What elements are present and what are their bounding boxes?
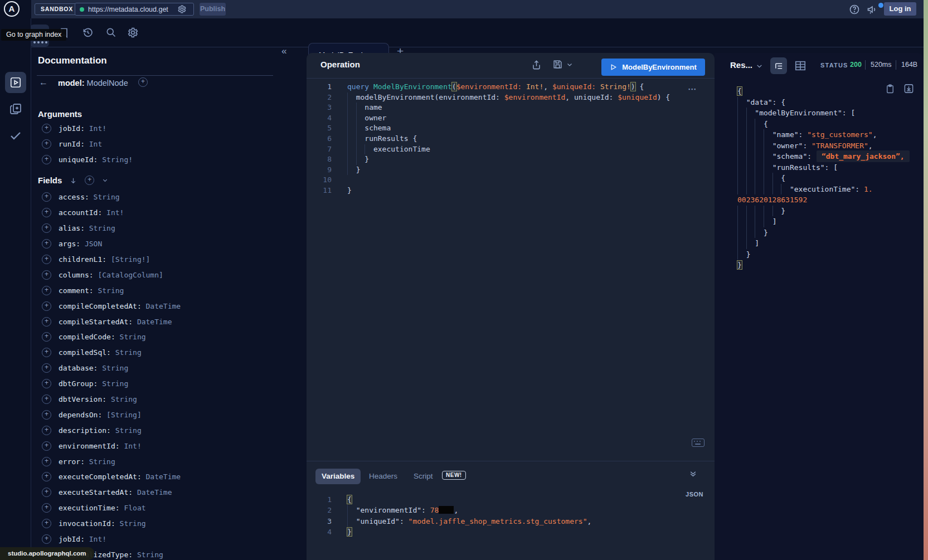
field-type[interactable]: String [115,333,146,341]
code-line[interactable]: 9 } [307,165,715,176]
endpoint-settings-gear-icon[interactable] [177,4,187,14]
field-name[interactable]: runId: [59,140,85,148]
field-name[interactable]: alias: [59,224,85,232]
help-icon[interactable] [849,4,860,15]
field-name[interactable]: columns: [59,271,94,279]
field-name[interactable]: executeCompletedAt: [59,473,142,481]
field-type[interactable]: String [94,286,124,295]
field-name[interactable]: environmentId: [59,442,120,450]
field-type[interactable]: DateTime [142,302,181,310]
field-type[interactable]: Int! [85,124,106,133]
field-name[interactable]: dbtGroup: [59,379,98,388]
code-line[interactable]: 7 executionTime [307,144,715,155]
add-field-to-query-icon[interactable]: + [42,379,51,388]
tab-script[interactable]: Script [414,472,433,480]
code-line[interactable]: 1query ModelByEnvironment($environmentId… [307,82,715,92]
code-line[interactable]: "name": "stg_customers", [715,129,924,140]
query-editor[interactable]: 1query ModelByEnvironment($environmentId… [307,82,715,196]
add-field-to-query-icon[interactable]: + [42,426,51,435]
field-type[interactable]: String [85,457,115,466]
back-arrow-icon[interactable]: ← [39,77,48,87]
field-type[interactable]: [String!] [106,255,150,264]
field-type[interactable]: String [115,519,146,528]
field-type[interactable]: String! [98,155,133,164]
field-type[interactable]: Float [120,504,146,512]
code-line[interactable]: } [715,227,924,238]
code-line[interactable]: ] [715,238,924,249]
publish-button[interactable]: Publish [200,3,226,16]
code-line[interactable]: 3 "uniqueId": "model.jaffle_shop_metrics… [307,516,715,527]
field-type[interactable]: String [133,551,163,559]
code-line[interactable]: { [715,86,924,97]
field-type[interactable]: String [106,395,137,403]
code-line[interactable]: "data": { [715,97,924,108]
code-line[interactable]: 1{ [307,494,715,505]
field-name[interactable]: error: [59,457,85,466]
add-type-icon[interactable]: + [138,77,148,87]
announcements-megaphone-icon[interactable] [866,4,878,15]
field-name[interactable]: uniqueId: [59,155,98,164]
share-icon[interactable] [531,59,542,71]
field-type[interactable]: DateTime [142,473,181,481]
save-options-chevron-icon[interactable] [566,61,573,68]
field-name[interactable]: database: [59,364,98,372]
field-type[interactable]: Int! [85,535,106,543]
code-line[interactable]: 10 [307,175,715,186]
add-field-to-query-icon[interactable]: + [42,239,51,249]
field-type[interactable]: [CatalogColumn] [94,271,163,279]
response-title[interactable]: Res... [730,60,752,70]
code-line[interactable]: } [715,249,924,260]
add-field-to-query-icon[interactable]: + [42,286,51,295]
code-line[interactable]: "modelByEnvironment": [ [715,108,924,119]
field-type[interactable]: Int! [120,442,142,450]
code-line[interactable]: 11} [307,186,715,196]
add-field-to-query-icon[interactable]: + [42,192,51,202]
checks-icon[interactable] [9,129,22,142]
field-name[interactable]: invocationId: [59,519,115,528]
endpoint-url-input[interactable]: https://metadata.cloud.get [75,3,194,16]
code-line[interactable]: 2 "environmentId": 78, [307,505,715,515]
tab-headers[interactable]: Headers [369,472,397,480]
field-name[interactable]: compileCompletedAt: [59,302,142,310]
code-line[interactable]: ] [715,216,924,227]
add-field-to-query-icon[interactable]: + [42,441,51,451]
add-field-to-query-icon[interactable]: + [42,332,51,342]
add-field-to-query-icon[interactable]: + [42,457,51,466]
field-name[interactable]: jobId: [59,124,85,133]
add-field-to-query-icon[interactable]: + [42,472,51,481]
field-type[interactable]: String [98,379,128,388]
field-name[interactable]: executeStartedAt: [59,488,133,496]
field-name[interactable]: dependsOn: [59,411,102,419]
code-line[interactable]: "schema": “dbt_mary_jackson”, [715,151,924,162]
add-field-to-query-icon[interactable]: + [42,410,51,420]
field-name[interactable]: jobId: [59,535,85,543]
add-field-to-query-icon[interactable]: + [42,301,51,311]
field-name[interactable]: comment: [59,286,94,295]
response-tree-view-icon[interactable] [770,57,787,74]
add-field-to-query-icon[interactable]: + [42,255,51,264]
run-operation-button[interactable]: ModelByEnvironment [601,59,705,76]
add-field-to-query-icon[interactable]: + [42,223,51,233]
field-type[interactable]: String [85,224,115,232]
field-type[interactable]: String [111,348,142,357]
add-field-to-query-icon[interactable]: + [42,139,51,149]
add-field-to-query-icon[interactable]: + [42,348,51,357]
chevron-down-icon[interactable] [102,177,108,183]
code-line[interactable]: 4 owner [307,113,715,124]
code-line[interactable]: 2 modelByEnvironment(environmentId: $env… [307,92,715,103]
code-line[interactable]: } [715,260,924,271]
code-line[interactable]: 8 } [307,154,715,165]
field-name[interactable]: accountId: [59,208,102,217]
keyboard-shortcuts-icon[interactable] [692,439,704,447]
field-type[interactable]: String [98,364,128,372]
add-field-to-query-icon[interactable]: + [42,395,51,404]
login-button[interactable]: Log in [884,2,916,16]
add-field-to-query-icon[interactable]: + [42,363,51,373]
add-field-to-query-icon[interactable]: + [42,208,51,217]
save-floppy-icon[interactable] [552,59,563,70]
add-field-to-query-icon[interactable]: + [42,155,51,164]
field-type[interactable]: [String] [102,411,141,419]
field-name[interactable]: compileStartedAt: [59,318,133,326]
response-body[interactable]: { "data": { "modelByEnvironment": [ { "n… [715,86,924,271]
add-all-fields-icon[interactable]: + [85,176,94,185]
